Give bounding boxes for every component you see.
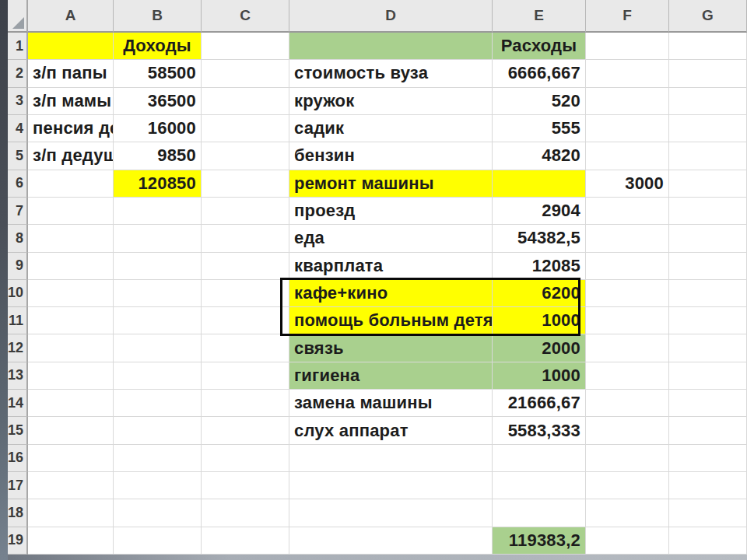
cell-C19[interactable] [202,527,289,555]
cell-D15[interactable]: слух аппарат [289,417,493,444]
cell-D9[interactable]: кварплата [289,253,493,280]
cell-D1[interactable] [289,33,493,60]
cell-C9[interactable] [202,253,289,280]
column-header-D[interactable]: D [289,0,493,33]
row-header-5[interactable]: 5 [8,142,28,170]
cell-E16[interactable] [493,445,586,472]
cell-G4[interactable] [669,115,747,142]
row-header-8[interactable]: 8 [8,225,28,252]
cell-G13[interactable] [669,362,747,390]
cell-C15[interactable] [202,417,289,444]
cell-E4[interactable]: 555 [493,115,586,142]
cell-D13[interactable]: гигиена [289,362,493,390]
cell-A2[interactable]: з/п папы [28,60,114,87]
cell-D7[interactable]: проезд [289,198,493,225]
cell-F11[interactable] [586,307,669,334]
cell-E11[interactable]: 1000 [493,307,586,334]
cell-A11[interactable] [28,307,114,334]
cell-E2[interactable]: 6666,667 [493,60,586,87]
cell-D11[interactable]: помощь больным детям [289,307,493,334]
cell-F9[interactable] [586,253,669,280]
cell-B10[interactable] [114,280,202,307]
cell-E13[interactable]: 1000 [493,362,586,390]
row-header-16[interactable]: 16 [8,445,28,472]
cell-C4[interactable] [202,115,289,142]
row-header-6[interactable]: 6 [8,170,28,198]
cell-G14[interactable] [669,390,747,417]
cell-G9[interactable] [669,253,747,280]
cell-B2[interactable]: 58500 [114,60,202,87]
cell-G8[interactable] [669,225,747,252]
cell-A17[interactable] [28,472,114,499]
cell-A6[interactable] [28,170,114,198]
row-header-4[interactable]: 4 [8,115,28,142]
column-header-E[interactable]: E [493,0,586,33]
cell-F4[interactable] [586,115,669,142]
cell-E5[interactable]: 4820 [493,142,586,170]
cell-G11[interactable] [669,307,747,334]
cell-D14[interactable]: замена машины [289,390,493,417]
row-header-19[interactable]: 19 [8,527,28,555]
row-header-2[interactable]: 2 [8,60,28,87]
cell-A12[interactable] [28,334,114,362]
cell-A1[interactable] [28,33,114,60]
cell-C2[interactable] [202,60,289,87]
cell-B13[interactable] [114,362,202,390]
cell-F5[interactable] [586,142,669,170]
cell-C1[interactable] [202,33,289,60]
cell-A5[interactable]: з/п дедушки [28,142,114,170]
cell-E7[interactable]: 2904 [493,198,586,225]
cell-F10[interactable] [586,280,669,307]
cell-A9[interactable] [28,253,114,280]
cell-D5[interactable]: бензин [289,142,493,170]
cell-D12[interactable]: связь [289,334,493,362]
cell-B1[interactable]: Доходы [114,33,202,60]
cell-E12[interactable]: 2000 [493,334,586,362]
cell-E8[interactable]: 54382,5 [493,225,586,252]
cell-G10[interactable] [669,280,747,307]
cell-F7[interactable] [586,198,669,225]
cell-G1[interactable] [669,33,747,60]
column-header-F[interactable]: F [586,0,669,33]
cell-A14[interactable] [28,390,114,417]
row-header-10[interactable]: 10 [8,280,28,307]
cell-E14[interactable]: 21666,67 [493,390,586,417]
cell-B12[interactable] [114,334,202,362]
cell-C16[interactable] [202,445,289,472]
cell-B11[interactable] [114,307,202,334]
cell-C12[interactable] [202,334,289,362]
cell-G2[interactable] [669,60,747,87]
cell-G3[interactable] [669,88,747,115]
cell-F19[interactable] [586,527,669,555]
cell-F16[interactable] [586,445,669,472]
row-header-9[interactable]: 9 [8,253,28,280]
cell-C3[interactable] [202,88,289,115]
column-header-A[interactable]: A [28,0,114,33]
cell-F17[interactable] [586,472,669,499]
cell-D2[interactable]: стоимость вуза [289,60,493,87]
cell-D3[interactable]: кружок [289,88,493,115]
cell-B19[interactable] [114,527,202,555]
row-header-1[interactable]: 1 [8,33,28,60]
row-header-7[interactable]: 7 [8,198,28,225]
cell-B14[interactable] [114,390,202,417]
cell-F2[interactable] [586,60,669,87]
cell-C8[interactable] [202,225,289,252]
cell-E10[interactable]: 6200 [493,280,586,307]
row-header-15[interactable]: 15 [8,417,28,444]
column-header-G[interactable]: G [669,0,747,33]
cell-A4[interactable]: пенсия дедушки [28,115,114,142]
cell-G15[interactable] [669,417,747,444]
cell-F14[interactable] [586,390,669,417]
cell-D10[interactable]: кафе+кино [289,280,493,307]
column-header-C[interactable]: C [202,0,289,33]
cell-B9[interactable] [114,253,202,280]
cell-A7[interactable] [28,198,114,225]
cell-A10[interactable] [28,280,114,307]
cell-C7[interactable] [202,198,289,225]
cell-B4[interactable]: 16000 [114,115,202,142]
cell-G7[interactable] [669,198,747,225]
cell-C14[interactable] [202,390,289,417]
cell-C18[interactable] [202,499,289,527]
cell-F6[interactable]: 3000 [586,170,669,198]
